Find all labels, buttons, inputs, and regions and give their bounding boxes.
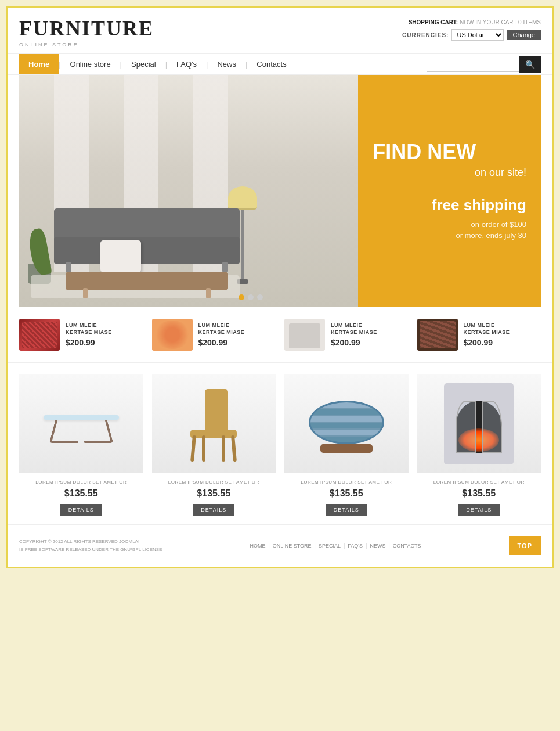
sofa-seat — [54, 237, 240, 264]
footer-copyright: COPYRIGHT © 2012 ALL RIGHTS RESERVED JOO… — [19, 538, 162, 554]
nav-item-news[interactable]: News — [208, 54, 245, 74]
product-price-3: $135.55 — [284, 488, 409, 499]
ottoman-img — [309, 395, 384, 453]
featured-info-2: LUM MLEIEKERTASE MIASE $200.99 — [198, 322, 245, 347]
wc-leg2 — [231, 435, 237, 462]
nav-item-home[interactable]: Home — [19, 54, 59, 74]
cart-status: NOW IN YOUR CART 0 ITEMS — [460, 19, 541, 26]
featured-price-2: $200.99 — [198, 338, 245, 347]
footer-nav-special[interactable]: SPECIAL — [319, 543, 341, 549]
featured-name-2: LUM MLEIEKERTASE MIASE — [198, 322, 245, 336]
featured-strip: LUM MLEIEKERTASE MIASE $200.99 LUM MLEIE… — [8, 307, 552, 363]
nav-item-online-store[interactable]: Online store — [61, 54, 120, 74]
footer-sep-3: | — [344, 543, 345, 549]
wc-back — [205, 389, 228, 430]
glass-table-img — [44, 404, 119, 444]
hero-shipping-title: free shipping — [373, 196, 526, 214]
copyright-line1: COPYRIGHT © 2012 ALL RIGHTS RESERVED JOO… — [19, 539, 139, 544]
fireplace-img — [444, 383, 514, 464]
header: FURNITURE ONLINE STORE SHOPPING CART: NO… — [8, 8, 552, 53]
featured-img-firewood — [417, 319, 458, 351]
footer-nav-home[interactable]: HOME — [250, 543, 265, 549]
product-desc-1: LOREM IPSUM DOLOR SET AMET OR — [19, 479, 143, 485]
featured-item-3: LUM MLEIEKERTASE MIASE $200.99 — [284, 319, 409, 351]
logo: FURNITURE ONLINE STORE — [19, 16, 154, 48]
currency-select[interactable]: US Dollar — [451, 29, 504, 41]
details-button-2[interactable]: DETAILS — [193, 504, 234, 516]
currency-row: CURRENCIES: US Dollar Change — [402, 29, 541, 41]
wood-chair-img — [185, 386, 243, 462]
footer-sep-4: | — [366, 543, 367, 549]
currencies-label: CURRENCIES: — [402, 32, 449, 38]
change-button[interactable]: Change — [507, 30, 541, 40]
wc-leg3 — [202, 435, 205, 462]
footer-sep-2: | — [315, 543, 316, 549]
featured-name-1: LUM MLEIEKERTASE MIASE — [66, 322, 112, 336]
sofa-pillow — [100, 240, 141, 272]
wc-leg4 — [222, 435, 225, 462]
fp-door-right — [482, 401, 502, 453]
hero-banner: FIND NEW on our site! free shipping on o… — [19, 75, 541, 307]
hero-shipping-line2: or more. ends july 30 — [456, 231, 526, 240]
footer-nav-faqs[interactable]: FAQ'S — [348, 543, 363, 549]
products-grid: LOREM IPSUM DOLOR SET AMET OR $135.55 DE… — [19, 374, 541, 516]
footer-nav-contacts[interactable]: CONTACTS — [393, 543, 421, 549]
footer-nav-news[interactable]: NEWS — [370, 543, 385, 549]
product-card-1: LOREM IPSUM DOLOR SET AMET OR $135.55 DE… — [19, 374, 143, 516]
featured-item-4: LUM MLEIEKERTASE MIASE $200.99 — [417, 319, 541, 351]
wc-leg1 — [190, 435, 196, 462]
featured-price-4: $200.99 — [464, 338, 510, 347]
lamp-pole — [241, 210, 244, 279]
hero-promo-panel: FIND NEW on our site! free shipping on o… — [358, 75, 541, 307]
product-card-3: LOREM IPSUM DOLOR SET AMET OR $135.55 DE… — [284, 374, 409, 516]
footer: COPYRIGHT © 2012 ALL RIGHTS RESERVED JOO… — [8, 524, 552, 567]
product-price-2: $135.55 — [152, 488, 276, 499]
footer-nav: HOME | ONLINE STORE | SPECIAL | FAQ'S | … — [250, 543, 421, 549]
featured-name-3: LUM MLEIEKERTASE MIASE — [331, 322, 377, 336]
cart-label: SHOPPING CART: — [409, 19, 458, 26]
product-img-2 — [152, 374, 276, 473]
glass-table-top — [44, 415, 119, 420]
featured-info-3: LUM MLEIEKERTASE MIASE $200.99 — [331, 322, 377, 347]
details-button-3[interactable]: DETAILS — [326, 504, 367, 516]
search-input[interactable] — [427, 57, 519, 72]
footer-sep-1: | — [268, 543, 269, 549]
ottoman-body — [309, 401, 384, 444]
hero-room-image — [19, 75, 358, 307]
site-subtitle: ONLINE STORE — [19, 42, 154, 48]
lamp-shade — [228, 186, 257, 210]
slider-dot-2[interactable] — [248, 294, 254, 300]
featured-price-1: $200.99 — [66, 338, 112, 347]
glass-table-leg2 — [78, 420, 113, 443]
slider-dots — [239, 294, 263, 300]
slider-dot-3[interactable] — [257, 294, 263, 300]
details-button-1[interactable]: DETAILS — [60, 504, 102, 516]
sofa-leg-right — [222, 262, 228, 272]
nav-item-contacts[interactable]: Contacts — [247, 54, 295, 74]
product-price-1: $135.55 — [19, 488, 143, 499]
top-button[interactable]: TOP — [509, 536, 541, 555]
slider-dot-1[interactable] — [239, 294, 244, 300]
coffee-table-leg-right — [206, 288, 211, 298]
nav-links: Home | Online store | Special | FAQ's | … — [19, 54, 296, 74]
room-background — [19, 75, 358, 307]
product-desc-2: LOREM IPSUM DOLOR SET AMET OR — [152, 479, 276, 485]
coffee-table-leg-left — [83, 288, 88, 298]
product-desc-3: LOREM IPSUM DOLOR SET AMET OR — [284, 479, 409, 485]
nav-item-special[interactable]: Special — [122, 54, 165, 74]
details-button-4[interactable]: DETAILS — [458, 504, 500, 516]
hero-headline-1: FIND NEW — [373, 141, 526, 164]
featured-img-pillow — [152, 319, 193, 351]
ottoman-base — [320, 444, 373, 453]
copyright-line2: IS FREE SOFTWARE RELEASED UNDER THE GNU/… — [19, 547, 162, 552]
search-bar: 🔍 — [427, 56, 541, 73]
header-right: SHOPPING CART: NOW IN YOUR CART 0 ITEMS … — [402, 16, 541, 41]
product-card-2: LOREM IPSUM DOLOR SET AMET OR $135.55 DE… — [152, 374, 276, 516]
footer-nav-online-store[interactable]: ONLINE STORE — [273, 543, 312, 549]
search-button[interactable]: 🔍 — [519, 56, 541, 73]
product-price-4: $135.55 — [417, 488, 541, 499]
nav-item-faqs[interactable]: FAQ's — [167, 54, 206, 74]
featured-img-ottoman — [19, 319, 60, 351]
product-card-4: LOREM IPSUM DOLOR SET AMET OR $135.55 DE… — [417, 374, 541, 516]
cart-info: SHOPPING CART: NOW IN YOUR CART 0 ITEMS — [402, 19, 541, 26]
